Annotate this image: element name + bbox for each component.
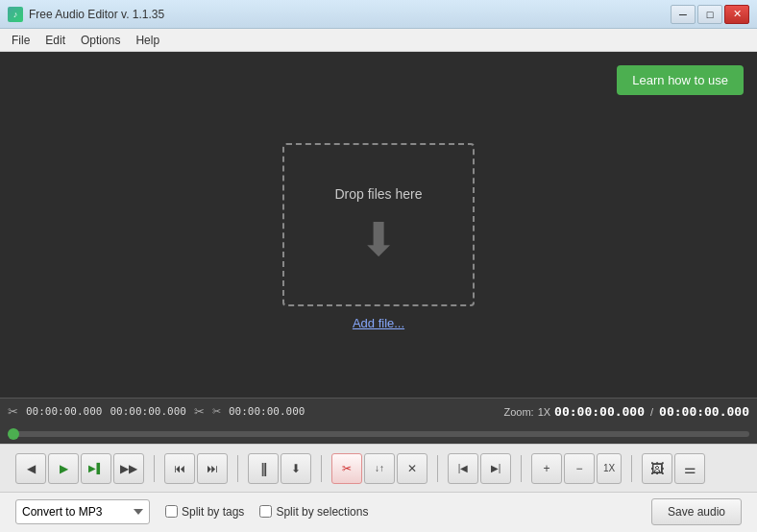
current-time: 00:00:00.000 xyxy=(554,404,645,419)
silence-button[interactable]: ✕ xyxy=(397,453,427,484)
menu-help[interactable]: Help xyxy=(128,31,167,50)
separator-3 xyxy=(321,455,322,482)
split-by-tags-checkbox[interactable] xyxy=(165,505,178,518)
timeline-area: ✂ 00:00:00.000 00:00:00.000 ✂ ✂ 00:00:00… xyxy=(0,398,757,424)
record-group: ||| ⬇ xyxy=(248,453,311,484)
app-icon: ♪ xyxy=(8,7,23,22)
volume-up-button[interactable]: + xyxy=(531,453,562,484)
menu-bar: File Edit Options Help xyxy=(0,29,757,52)
main-area: Learn how to use Drop files here ⬇ Add f… xyxy=(0,52,757,398)
split-by-selections-group: Split by selections xyxy=(259,505,368,519)
skip-start-button[interactable]: ⏮ xyxy=(164,453,195,484)
maximize-button[interactable]: □ xyxy=(697,5,722,24)
menu-options[interactable]: Options xyxy=(73,31,128,50)
rewind-button[interactable]: ◀ xyxy=(15,453,46,484)
format-select[interactable]: Convert to MP3 Convert to WAV Convert to… xyxy=(15,499,150,524)
image-button[interactable]: 🖼 xyxy=(642,453,672,484)
misc-group: 🖼 ⚌ xyxy=(642,453,705,484)
marker-time: 00:00:00.000 xyxy=(229,405,305,418)
drop-arrow-icon: ⬇ xyxy=(359,217,398,263)
controls-area: ◀ ▶ ▶▌ ▶▶ ⏮ ⏭ ||| ⬇ ✂ ↓↑ ✕ |◀ ▶| + − 1X … xyxy=(0,444,757,492)
separator-1 xyxy=(154,455,155,482)
separator-6 xyxy=(631,455,632,482)
scissors-right-icon: ✂ xyxy=(194,404,205,419)
menu-edit[interactable]: Edit xyxy=(37,31,73,50)
volume-group: + − 1X xyxy=(531,453,622,484)
split-by-tags-group: Split by tags xyxy=(165,505,244,519)
start-time: 00:00:00.000 xyxy=(26,405,102,418)
split-by-selections-label: Split by selections xyxy=(276,505,368,519)
separator-5 xyxy=(521,455,522,482)
learn-button[interactable]: Learn how to use xyxy=(617,65,744,95)
zoom-area: Zoom: 1X 00:00:00.000 / 00:00:00.000 xyxy=(503,404,749,419)
record-button[interactable]: ||| xyxy=(248,453,279,484)
bottom-bar: Convert to MP3 Convert to WAV Convert to… xyxy=(0,492,757,530)
cut-button[interactable]: ✂ xyxy=(331,453,362,484)
progress-track[interactable] xyxy=(8,431,749,437)
title-bar: ♪ Free Audio Editor v. 1.1.35 ─ □ ✕ xyxy=(0,0,757,29)
add-file-link[interactable]: Add file... xyxy=(353,316,404,330)
separator-2 xyxy=(237,455,238,482)
menu-file[interactable]: File xyxy=(4,31,37,50)
drop-text: Drop files here xyxy=(334,186,422,202)
split-by-selections-checkbox[interactable] xyxy=(259,505,272,518)
fast-forward-button[interactable]: ▶▶ xyxy=(113,453,144,484)
rate-button[interactable]: 1X xyxy=(597,453,622,484)
settings-button[interactable]: ⚌ xyxy=(674,453,705,484)
zoom-label: Zoom: xyxy=(503,406,533,418)
close-button[interactable]: ✕ xyxy=(724,5,749,24)
minimize-button[interactable]: ─ xyxy=(671,5,696,24)
play-selection-button[interactable]: ▶▌ xyxy=(81,453,111,484)
split-by-tags-label: Split by tags xyxy=(182,505,244,519)
goto-group: |◀ ▶| xyxy=(448,453,511,484)
app-title: Free Audio Editor v. 1.1.35 xyxy=(29,8,164,21)
download-button[interactable]: ⬇ xyxy=(281,453,311,484)
progress-thumb[interactable] xyxy=(8,428,19,440)
goto-end-button[interactable]: ▶| xyxy=(480,453,511,484)
skip-end-button[interactable]: ⏭ xyxy=(197,453,228,484)
volume-down-button[interactable]: − xyxy=(564,453,595,484)
skip-group: ⏮ ⏭ xyxy=(164,453,228,484)
progress-area xyxy=(0,424,757,444)
title-bar-left: ♪ Free Audio Editor v. 1.1.35 xyxy=(8,7,164,22)
total-time: 00:00:00.000 xyxy=(659,404,749,419)
play-button[interactable]: ▶ xyxy=(48,453,79,484)
save-audio-button[interactable]: Save audio xyxy=(651,498,742,525)
time-separator: / xyxy=(650,406,653,418)
transport-group: ◀ ▶ ▶▌ ▶▶ xyxy=(15,453,144,484)
edit-group: ✂ ↓↑ ✕ xyxy=(331,453,427,484)
fade-button[interactable]: ↓↑ xyxy=(364,453,395,484)
scissors-left-icon: ✂ xyxy=(8,404,18,419)
end-time: 00:00:00.000 xyxy=(110,405,185,418)
window-controls: ─ □ ✕ xyxy=(671,5,749,24)
goto-start-button[interactable]: |◀ xyxy=(448,453,478,484)
zoom-level: 1X xyxy=(538,406,550,418)
separator-4 xyxy=(437,455,438,482)
drop-zone[interactable]: Drop files here ⬇ xyxy=(282,143,475,306)
scissors-marker-icon: ✂ xyxy=(212,405,221,418)
